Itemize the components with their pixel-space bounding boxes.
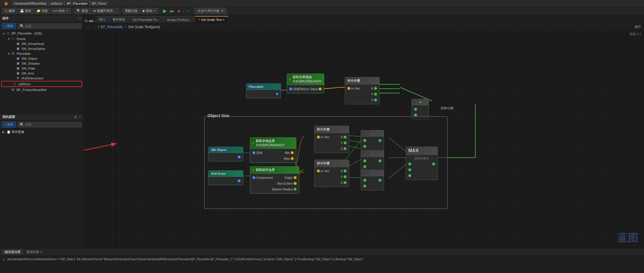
tab-events[interactable]: 事件图表	[109, 16, 129, 23]
tree-item-scene[interactable]: ▼ ⬡ Scene	[0, 36, 83, 41]
actor-icon: ⬡	[7, 32, 11, 35]
tree-item-arrowspline[interactable]: ▣ SM_ArrowSpline	[0, 46, 83, 51]
mybp-panel-close[interactable]: ×	[79, 115, 81, 119]
pin-return	[319, 88, 322, 90]
pin-boxextent	[294, 182, 297, 185]
bottom-tab-compiler[interactable]: 编译器结果	[2, 249, 23, 255]
pin-x	[344, 170, 347, 172]
split-vector-right-node[interactable]: 拆分向量 In Vec X Y Z	[314, 160, 349, 187]
search-icon: 🔍	[20, 24, 24, 28]
top-menubar: ◉ HandheldARBlankMap selfactor BP_Placea…	[0, 0, 644, 7]
stop-button[interactable]: ■	[176, 8, 181, 14]
tree-item-selfactor[interactable]: ⬡ selfActor	[1, 81, 82, 87]
pin-in2	[363, 185, 366, 188]
node-label: SM Object	[211, 148, 227, 152]
tab-viewport[interactable]: 视口	[95, 16, 109, 23]
pin-sphere	[294, 188, 297, 191]
more-button[interactable]: ⋯	[185, 8, 192, 14]
pin-in	[317, 170, 320, 172]
tab-bpplaceable[interactable]: BP_Placeable•	[65, 1, 90, 6]
tree-item-smobject[interactable]: ▣ SM_Object	[0, 56, 83, 61]
minus-mid-node[interactable]: -	[361, 150, 384, 171]
mybp-events-item[interactable]: ▶ 📋 事件图像	[0, 129, 83, 135]
nav-forward[interactable]: →	[92, 25, 96, 29]
tree-item-placeable[interactable]: ▼ ⚙ Placeable	[0, 51, 83, 56]
tree-item-productassetref[interactable]: ⊞ BP_ProductAssetRef	[0, 87, 83, 92]
diff-button[interactable]: ⟺ 对比 ▼	[51, 8, 71, 14]
node-row-invec: In Vec X	[345, 85, 379, 91]
split-vector-top-node[interactable]: 拆分向量 In Vec X Y	[345, 77, 380, 104]
class-defaults-button[interactable]: 类默认值	[122, 8, 140, 14]
sm-object-node[interactable]: SM Object	[208, 147, 243, 161]
split-vector-left-node[interactable]: 拆分向量 In Vec X Y Z	[314, 126, 349, 153]
edit-badge: 编节	[635, 25, 641, 29]
components-panel-close[interactable]: ×	[79, 17, 81, 21]
components-search-input[interactable]	[25, 24, 80, 28]
node-label: Self Actor	[211, 172, 226, 175]
row2	[361, 143, 384, 149]
tab-nav-left[interactable]: ◀	[88, 19, 91, 23]
tab-grid-icon[interactable]: ⊞	[85, 19, 88, 23]
node-row-target: 目标 Min	[250, 150, 296, 156]
get-world-scale-node[interactable]: f 获取世界缩放 目标是静态网格体组件 目标 Return Value	[287, 74, 324, 93]
tree-item-smplate[interactable]: ▣ SM_Plate	[0, 66, 83, 71]
browse-button[interactable]: 📁 浏览	[34, 8, 50, 14]
func-icon: f	[252, 168, 254, 172]
max-node[interactable]: MAX 添加引脚 ⊕	[406, 147, 438, 180]
hide-unrelated-button[interactable]: 👁 隐藏不相关 …	[91, 8, 119, 14]
add-component-button[interactable]: + 添加	[2, 23, 16, 29]
mybp-panel-header: 我的蓝图 ⚙ ×	[0, 114, 83, 121]
minus-bot-node[interactable]: -	[361, 170, 384, 190]
pin-z	[374, 99, 377, 101]
breadcrumb-bp[interactable]: BP_Placeable	[101, 25, 122, 29]
tab-setplaceable[interactable]: Set Placeable Po...	[129, 16, 164, 23]
tab-assignproduct[interactable]: Assign Product...	[164, 16, 195, 23]
expand-icon: ▼	[7, 37, 11, 41]
tree-item-smaxis[interactable]: ▣ SM_Axis	[0, 71, 83, 76]
debug-select[interactable]: 未选中调试对象 ▼	[195, 8, 226, 14]
get-local-bounds-node[interactable]: f 获取本地边界 目标是静态网格体组件 目标 Min Max	[250, 137, 296, 163]
row2	[361, 164, 384, 170]
bottom-tab-find[interactable]: 查找结果 ×	[24, 249, 44, 255]
save-button[interactable]: 💾 保存	[18, 8, 34, 14]
placeable-node[interactable]: Placeable	[246, 83, 281, 98]
tree-item-smshadow[interactable]: ▣ SM_Shadow	[0, 61, 83, 66]
compile-button[interactable]: ⚙ 编译	[2, 8, 17, 14]
nav-back[interactable]: ←	[86, 25, 91, 29]
tab-getscaletext[interactable]: f Get Scale Text ×	[195, 16, 228, 23]
add-mybp-button[interactable]: + 添加	[2, 121, 16, 128]
row	[361, 158, 384, 164]
pin-target	[289, 88, 292, 90]
components-panel: 组件 × + 添加 🔍 ▼ ⬡ BP_Placeable（自我） ▼ ⬡	[0, 15, 83, 114]
tree-item-arrowhead[interactable]: ▣ SM_ArrowHead	[0, 41, 83, 46]
step-button[interactable]: ⏭	[169, 8, 176, 14]
pin-invec	[347, 87, 350, 90]
tab-bpplane[interactable]: BP_Plane	[90, 1, 108, 6]
minus-top-node[interactable]: -	[361, 130, 384, 151]
mybp-search-input[interactable]	[25, 123, 80, 126]
pin-origin	[294, 176, 297, 179]
play-button[interactable]: ▶	[162, 8, 168, 14]
tree-item-bpplaceable[interactable]: ▼ ⬡ BP_Placeable（自我）	[0, 31, 83, 36]
pin-in2	[408, 168, 411, 171]
tab-handheldar[interactable]: HandheldARBlankMap	[12, 1, 48, 6]
find-button[interactable]: 🔍 查找	[74, 8, 90, 14]
tree-item-hudinteraction[interactable]: ⚙ HUDInteraction	[0, 76, 83, 81]
get-component-bounds-node[interactable]: f 获取组件边界 Component Origin Box Extent	[250, 166, 299, 194]
canvas-area[interactable]: 缩放:1:1	[84, 31, 644, 248]
func-icon: f	[199, 18, 199, 21]
tab-selfactor[interactable]: selfactor	[48, 1, 65, 6]
components-toolbar: + 添加 🔍	[0, 22, 83, 30]
pin-min	[291, 151, 294, 154]
components-search: 🔍	[18, 23, 82, 29]
pin-out	[432, 163, 435, 165]
mesh-icon: ▣	[17, 57, 21, 60]
row	[361, 177, 384, 183]
node-row	[246, 91, 281, 97]
self-actor-node[interactable]: Self Actor	[208, 170, 243, 185]
simulate-button[interactable]: ▶ 模拟 ▼	[140, 8, 158, 14]
mybp-settings-icon[interactable]: ⚙	[74, 115, 77, 119]
pin-in	[317, 136, 320, 139]
add-pin-label: 添加引脚 ⊕	[406, 156, 437, 161]
tab-nav-right[interactable]: ▶	[91, 19, 94, 23]
